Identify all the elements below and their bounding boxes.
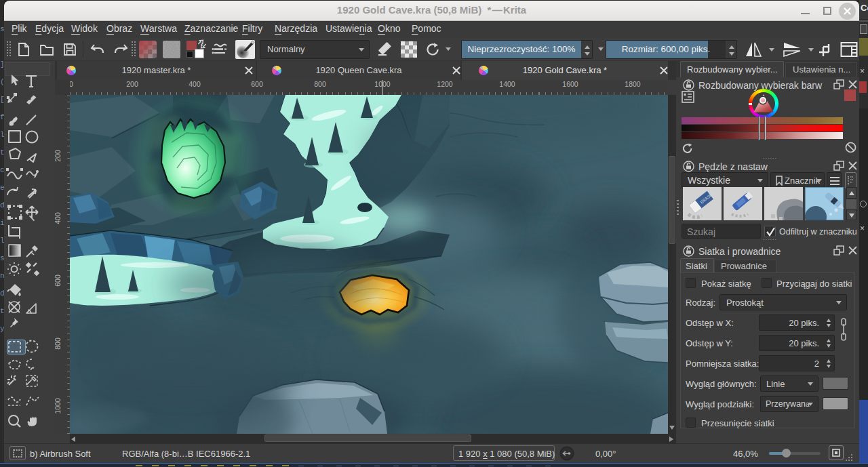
svg-text:600: 600 xyxy=(55,275,62,287)
svg-text:600: 600 xyxy=(251,80,263,88)
svg-text:200: 200 xyxy=(55,150,62,162)
svg-text:1000: 1000 xyxy=(55,398,62,414)
svg-text:800: 800 xyxy=(314,80,326,88)
svg-text:1200: 1200 xyxy=(437,80,453,88)
svg-text:1800: 1800 xyxy=(625,80,641,88)
svg-text:400: 400 xyxy=(189,80,201,88)
svg-text:800: 800 xyxy=(55,338,62,350)
svg-text:400: 400 xyxy=(55,212,62,224)
svg-text:0: 0 xyxy=(70,80,73,88)
svg-text:200: 200 xyxy=(126,80,138,88)
svg-text:1600: 1600 xyxy=(562,80,578,88)
svg-text:1400: 1400 xyxy=(499,80,515,88)
